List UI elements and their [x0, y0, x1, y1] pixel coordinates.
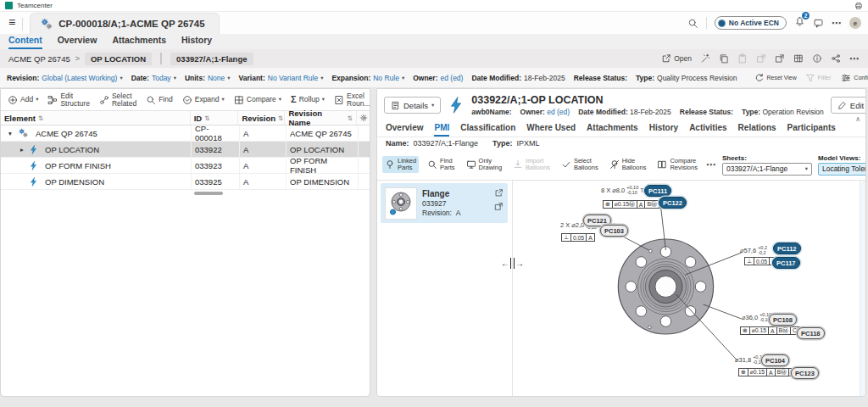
- configure-button[interactable]: Configure: [841, 73, 868, 83]
- more-icon[interactable]: ⋯: [849, 53, 860, 64]
- pmi-balloon[interactable]: PC117: [772, 257, 800, 269]
- find-parts-button[interactable]: Find Parts: [425, 156, 458, 173]
- open-object-tab[interactable]: CP-000018/A;1-ACME QP 26745: [30, 13, 219, 34]
- pmi-balloon[interactable]: PC108: [769, 314, 797, 326]
- sheets-select[interactable]: 033927/A;1-Flange▾: [722, 163, 812, 176]
- select-balloons-button[interactable]: Select Balloons: [559, 156, 601, 173]
- open-button[interactable]: Open: [661, 53, 692, 64]
- pane-splitter[interactable]: ← →: [501, 258, 524, 269]
- column-header-id[interactable]: ID⇅: [191, 111, 239, 125]
- breadcrumb-context[interactable]: 033927/A;1-Flange: [170, 53, 253, 65]
- sheets-group: Sheets: 033927/A;1-Flange▾: [722, 154, 812, 176]
- column-header-revision-name[interactable]: Revision Name⇅: [285, 111, 357, 125]
- export-icon[interactable]: [756, 53, 766, 64]
- table-settings-button[interactable]: [357, 111, 370, 125]
- menu-icon[interactable]: ≡: [8, 13, 22, 33]
- lightning-icon: [29, 161, 38, 170]
- compare-button[interactable]: Compare▾: [234, 95, 281, 105]
- pmi-balloon[interactable]: PC104: [761, 354, 789, 366]
- date-field[interactable]: Date:Today▾: [131, 74, 176, 82]
- sort-icon[interactable]: ⇅: [204, 114, 209, 122]
- find-button[interactable]: Find: [146, 95, 173, 105]
- collapse-icon[interactable]: ∧: [855, 115, 860, 123]
- compare-revisions-button[interactable]: Compare Revisions: [654, 156, 700, 173]
- wand-icon[interactable]: [700, 53, 710, 64]
- filter-button[interactable]: Filter: [805, 73, 832, 83]
- pmi-balloon[interactable]: PC122: [659, 197, 687, 209]
- column-header-revision[interactable]: Revision⇅: [238, 111, 285, 125]
- tab-classification[interactable]: Classification: [460, 123, 515, 137]
- pmi-balloon[interactable]: PC103: [600, 225, 628, 237]
- caret-right-icon[interactable]: ▸: [18, 146, 26, 153]
- excel-round-trip-button[interactable]: Excel Roun...: [334, 92, 370, 108]
- variant-field[interactable]: Variant:No Variant Rule▾: [239, 74, 324, 82]
- open-in-new-icon[interactable]: [494, 188, 504, 198]
- tab-relations[interactable]: Relations: [738, 123, 776, 137]
- pmi-balloon[interactable]: PC123: [791, 367, 819, 379]
- tab-attachments[interactable]: Attachments: [112, 35, 166, 49]
- expansion-field[interactable]: Expansion:No Rule▾: [331, 74, 404, 82]
- expand-button[interactable]: Expand▾: [182, 95, 225, 105]
- breadcrumb-root[interactable]: ACME QP 26745: [8, 54, 70, 64]
- info-icon[interactable]: [812, 53, 822, 64]
- notifications-button[interactable]: 2: [794, 15, 805, 31]
- part-card-selected[interactable]: Flange 033927 Revision: A: [381, 183, 508, 223]
- tab-where-used[interactable]: Where Used: [526, 123, 576, 137]
- paste-icon[interactable]: [737, 53, 748, 64]
- printer-icon[interactable]: [854, 2, 863, 10]
- table-row[interactable]: ▾ACME QP 26745 CP-000018 A ACME QP 26745: [1, 125, 370, 142]
- hide-balloons-button[interactable]: Hide Balloons: [607, 156, 649, 173]
- avatar[interactable]: e: [849, 17, 861, 29]
- caret-down-icon[interactable]: ▾: [6, 130, 14, 137]
- more-icon[interactable]: ⋯: [832, 18, 842, 29]
- owner-link[interactable]: ed (ed): [547, 108, 570, 116]
- tab-attachments[interactable]: Attachments: [587, 123, 638, 137]
- ecn-label: No Active ECN: [729, 19, 779, 27]
- edit-structure-button[interactable]: Edit Structure: [47, 92, 89, 108]
- revision-rule-field[interactable]: Revision:Global (Latest Working)▾: [7, 74, 123, 82]
- active-ecn-button[interactable]: No Active ECN: [715, 16, 787, 30]
- linked-parts-button[interactable]: Linked Parts: [382, 156, 419, 173]
- vertical-scrollbar[interactable]: [860, 181, 865, 396]
- tab-content[interactable]: Content: [8, 35, 42, 49]
- import-balloons-button[interactable]: Import Balloons: [510, 156, 553, 173]
- tab-pmi[interactable]: PMI: [434, 123, 449, 137]
- rollup-button[interactable]: ΣRollup▾: [291, 95, 325, 105]
- pmi-balloon[interactable]: PC111: [644, 185, 671, 197]
- reset-view-button[interactable]: Reset View: [754, 73, 797, 83]
- tab-activities[interactable]: Activities: [689, 123, 726, 137]
- share-icon[interactable]: [831, 53, 841, 64]
- add-button[interactable]: Add▾: [8, 95, 38, 105]
- model-views-select[interactable]: Locating Tolerances▾: [818, 163, 866, 176]
- open-in-new-icon[interactable]: [775, 53, 785, 64]
- details-view-button[interactable]: Details ▾: [384, 97, 441, 114]
- sort-icon[interactable]: ⇅: [348, 114, 353, 122]
- tab-overview[interactable]: Overview: [58, 35, 97, 49]
- tab-overview[interactable]: Overview: [386, 123, 423, 137]
- only-drawing-button[interactable]: Only Drawing: [464, 156, 505, 173]
- export-icon[interactable]: [494, 202, 504, 211]
- sort-icon[interactable]: ⇅: [278, 114, 283, 122]
- table-icon[interactable]: [793, 53, 804, 64]
- compare-docs-icon: [657, 159, 667, 170]
- more-icon[interactable]: ⋯: [706, 159, 716, 170]
- edit-button[interactable]: Edit: [831, 97, 866, 114]
- details-icon: [391, 101, 400, 110]
- pmi-balloon[interactable]: PC118: [797, 327, 825, 339]
- horizontal-scrollbar[interactable]: [194, 192, 223, 195]
- search-icon[interactable]: [687, 18, 698, 29]
- table-row[interactable]: OP FORM FINISH 033923 A OP FORM FINISH: [1, 158, 370, 174]
- sort-icon[interactable]: ⇅: [38, 114, 43, 122]
- copy-icon[interactable]: [719, 53, 729, 64]
- pmi-balloon[interactable]: PC112: [773, 243, 801, 254]
- table-row[interactable]: OP DIMENSION 033925 A OP DIMENSION: [1, 174, 370, 190]
- comment-icon[interactable]: [813, 18, 824, 29]
- column-header-element[interactable]: Element⇅: [1, 111, 191, 125]
- tab-participants[interactable]: Participants: [787, 123, 836, 137]
- units-field[interactable]: Units:None▾: [185, 74, 231, 82]
- select-related-button[interactable]: Select Related: [99, 92, 136, 108]
- tab-history[interactable]: History: [181, 35, 212, 49]
- breadcrumb-child[interactable]: OP LOCATION: [85, 53, 152, 65]
- drawing-viewport[interactable]: 8 X ⌀8,0 +0,10-0,10 THRU ⊕⌀0.15ⓂABⓂCⓂ 2 …: [513, 181, 860, 396]
- tab-history[interactable]: History: [649, 123, 678, 137]
